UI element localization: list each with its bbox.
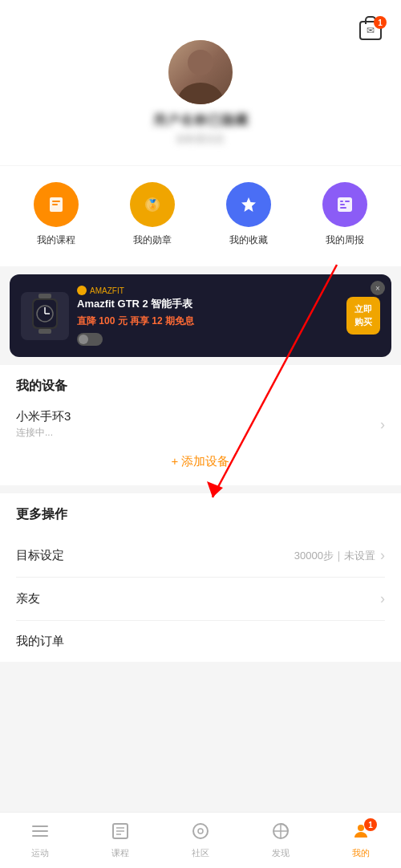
courses-circle [34,182,79,227]
quick-actions: 我的课程 🏅 我的勋章 我的收藏 [0,166,401,266]
add-device-button[interactable]: + 添加设备 [16,443,385,473]
banner-brand: AMAZFIT [77,286,338,295]
nav-discover[interactable]: 发现 [241,815,321,866]
friends-chevron-icon: › [380,590,385,607]
devices-title: 我的设备 [16,378,385,395]
nav-sport-icon [30,821,50,844]
banner-toggle[interactable] [77,333,103,346]
action-favorites[interactable]: 我的收藏 [226,182,271,247]
user-subtitle: 副标题信息 [176,132,225,146]
more-ops-title: 更多操作 [16,506,385,523]
badges-circle: 🏅 [130,182,175,227]
devices-section: 我的设备 小米手环3 连接中... › + 添加设备 [0,365,401,485]
goal-setting-right: 30000步｜未设置 › [294,547,385,564]
username: 用户名称已隐藏 [153,112,249,129]
svg-rect-14 [340,204,345,205]
device-chevron-icon: › [380,416,385,433]
nav-mine-badge: 1 [364,818,377,831]
goal-setting-label: 目标设定 [16,548,64,563]
nav-mine[interactable]: 1 我的 [321,815,401,866]
nav-mine-icon-wrap: 1 [351,821,371,844]
nav-community[interactable]: 社区 [160,815,241,866]
profile-section: ✉ 1 用户名称已隐藏 副标题信息 [0,0,401,165]
device-status: 连接中... [16,426,71,440]
svg-point-3 [178,83,223,104]
weekly-label: 我的周报 [326,233,364,247]
ops-friends[interactable]: 亲友 › [16,578,385,621]
nav-discover-icon [271,821,290,844]
action-courses[interactable]: 我的课程 [34,182,79,247]
bottom-nav: 运动 课程 社区 [0,812,401,868]
banner-title: Amazfit GTR 2 智能手表 [77,297,338,311]
friends-label: 亲友 [16,591,40,606]
action-weekly[interactable]: 我的周报 [322,182,367,247]
goal-setting-value: 30000步｜未设置 [294,549,375,563]
ad-banner[interactable]: AMAZFIT Amazfit GTR 2 智能手表 直降 100 元 再享 1… [10,274,391,357]
message-badge-count: 1 [374,16,387,29]
banner-watch-image [21,292,69,340]
weekly-circle [322,182,367,227]
avatar[interactable] [168,40,233,104]
svg-point-2 [188,50,213,75]
favorites-label: 我的收藏 [229,233,268,247]
nav-courses-label: 课程 [111,847,129,859]
orders-label: 我的订单 [16,634,64,649]
nav-community-label: 社区 [192,847,209,859]
banner-desc: 直降 100 元 再享 12 期免息 [77,314,338,328]
banner-text: AMAZFIT Amazfit GTR 2 智能手表 直降 100 元 再享 1… [77,286,338,346]
svg-rect-6 [52,204,58,205]
svg-marker-10 [241,197,256,212]
action-badges[interactable]: 🏅 我的勋章 [130,182,175,247]
message-button[interactable]: ✉ 1 [356,16,385,45]
svg-point-27 [193,824,208,838]
svg-rect-22 [38,329,51,334]
svg-point-28 [198,829,203,834]
device-name: 小米手环3 [16,409,71,424]
svg-text:🏅: 🏅 [147,198,159,210]
nav-discover-label: 发现 [272,847,290,859]
ops-orders[interactable]: 我的订单 [16,621,385,662]
banner-close-button[interactable]: × [371,281,385,295]
svg-point-32 [358,825,364,831]
more-ops-section: 更多操作 目标设定 30000步｜未设置 › 亲友 › 我的订单 [0,493,401,662]
svg-rect-15 [340,207,346,209]
favorites-circle [226,182,271,227]
svg-rect-13 [345,201,350,202]
device-item[interactable]: 小米手环3 连接中... › [16,406,385,443]
device-info: 小米手环3 连接中... [16,409,71,440]
friends-right: › [380,590,385,607]
badges-label: 我的勋章 [133,233,172,247]
svg-rect-5 [52,201,60,202]
ops-goal-setting[interactable]: 目标设定 30000步｜未设置 › [16,534,385,578]
nav-mine-label: 我的 [352,847,370,859]
nav-courses[interactable]: 课程 [80,815,160,866]
nav-community-icon [191,821,210,844]
nav-sport-label: 运动 [31,847,49,859]
svg-rect-12 [340,201,343,202]
svg-rect-16 [38,294,51,298]
courses-label: 我的课程 [37,233,75,247]
banner-cta-button[interactable]: 立即 购买 [346,297,380,335]
nav-courses-icon [111,821,130,844]
nav-sport[interactable]: 运动 [0,815,80,866]
goal-setting-chevron-icon: › [380,547,385,564]
